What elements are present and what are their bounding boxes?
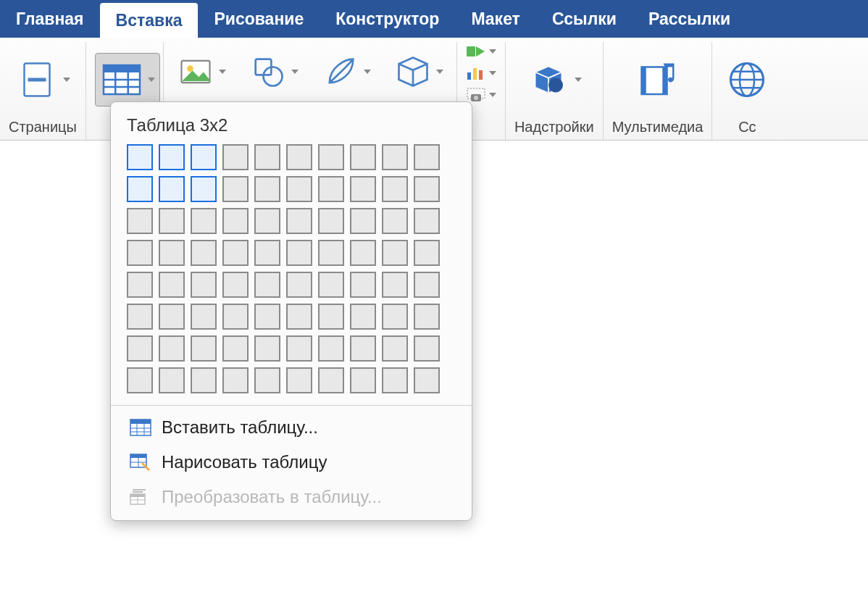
tab-layout[interactable]: Макет [455,0,536,38]
grid-cell[interactable] [127,335,153,362]
addins-button[interactable] [522,54,586,106]
grid-cell[interactable] [222,240,249,266]
insert-table-menuitem[interactable]: Вставить таблицу... [120,410,463,445]
grid-cell[interactable] [318,272,344,298]
grid-cell[interactable] [191,335,217,362]
3dmodels-button[interactable] [390,49,448,95]
grid-cell[interactable] [350,304,376,330]
grid-cell[interactable] [127,272,153,298]
grid-cell[interactable] [254,240,280,266]
screenshot-button[interactable] [466,87,496,103]
grid-cell[interactable] [382,176,408,202]
grid-cell[interactable] [127,304,153,330]
grid-cell[interactable] [222,367,249,393]
grid-cell[interactable] [222,272,249,298]
grid-cell[interactable] [414,335,440,362]
grid-cell[interactable] [191,240,217,266]
grid-cell[interactable] [222,335,249,362]
grid-cell[interactable] [382,335,408,362]
grid-cell[interactable] [286,144,312,170]
grid-cell[interactable] [414,367,440,393]
grid-cell[interactable] [222,144,249,170]
grid-cell[interactable] [191,176,217,202]
grid-cell[interactable] [318,304,344,330]
tab-references[interactable]: Ссылки [536,0,633,38]
shapes-button[interactable] [245,49,303,95]
grid-cell[interactable] [382,304,408,330]
grid-cell[interactable] [127,240,153,266]
grid-cell[interactable] [254,335,280,362]
grid-cell[interactable] [191,367,217,393]
grid-cell[interactable] [414,176,440,202]
grid-cell[interactable] [254,176,280,202]
grid-cell[interactable] [382,272,408,298]
grid-cell[interactable] [159,144,185,170]
grid-cell[interactable] [191,144,217,170]
icons-button[interactable] [317,49,375,95]
grid-cell[interactable] [286,240,312,266]
grid-cell[interactable] [191,208,217,234]
grid-cell[interactable] [318,367,344,393]
grid-cell[interactable] [414,272,440,298]
grid-cell[interactable] [318,335,344,362]
grid-cell[interactable] [318,208,344,234]
grid-cell[interactable] [350,240,376,266]
grid-cell[interactable] [286,208,312,234]
grid-cell[interactable] [127,367,153,393]
grid-cell[interactable] [414,240,440,266]
grid-cell[interactable] [350,208,376,234]
grid-cell[interactable] [382,240,408,266]
grid-cell[interactable] [127,144,153,170]
media-button[interactable] [632,54,684,106]
grid-cell[interactable] [254,272,280,298]
grid-cell[interactable] [254,144,280,170]
grid-cell[interactable] [318,176,344,202]
grid-cell[interactable] [382,144,408,170]
grid-cell[interactable] [414,208,440,234]
grid-cell[interactable] [350,367,376,393]
grid-cell[interactable] [382,208,408,234]
grid-cell[interactable] [127,208,153,234]
grid-cell[interactable] [382,367,408,393]
grid-cell[interactable] [286,272,312,298]
pages-button[interactable] [11,54,75,106]
grid-cell[interactable] [191,272,217,298]
grid-cell[interactable] [159,208,185,234]
grid-cell[interactable] [191,304,217,330]
smartart-button[interactable] [466,43,496,59]
grid-cell[interactable] [350,335,376,362]
grid-cell[interactable] [350,176,376,202]
table-button[interactable] [95,53,160,107]
pictures-button[interactable] [172,49,230,95]
grid-cell[interactable] [159,304,185,330]
grid-cell[interactable] [286,367,312,393]
chart-button[interactable] [466,65,496,81]
draw-table-menuitem[interactable]: Нарисовать таблицу [120,445,463,480]
tab-mailings[interactable]: Рассылки [633,0,746,38]
links-button[interactable] [721,54,773,106]
tab-design[interactable]: Конструктор [320,0,455,38]
grid-cell[interactable] [222,208,249,234]
grid-cell[interactable] [414,144,440,170]
tab-draw[interactable]: Рисование [198,0,320,38]
tab-insert[interactable]: Вставка [100,3,199,38]
grid-cell[interactable] [286,304,312,330]
grid-cell[interactable] [286,335,312,362]
grid-cell[interactable] [159,240,185,266]
table-size-grid[interactable] [127,144,463,393]
grid-cell[interactable] [318,240,344,266]
grid-cell[interactable] [286,176,312,202]
grid-cell[interactable] [318,144,344,170]
grid-cell[interactable] [159,335,185,362]
grid-cell[interactable] [254,304,280,330]
grid-cell[interactable] [222,176,249,202]
grid-cell[interactable] [350,272,376,298]
grid-cell[interactable] [350,144,376,170]
grid-cell[interactable] [127,176,153,202]
grid-cell[interactable] [254,208,280,234]
grid-cell[interactable] [254,367,280,393]
grid-cell[interactable] [159,176,185,202]
grid-cell[interactable] [159,367,185,393]
grid-cell[interactable] [222,304,249,330]
grid-cell[interactable] [414,304,440,330]
